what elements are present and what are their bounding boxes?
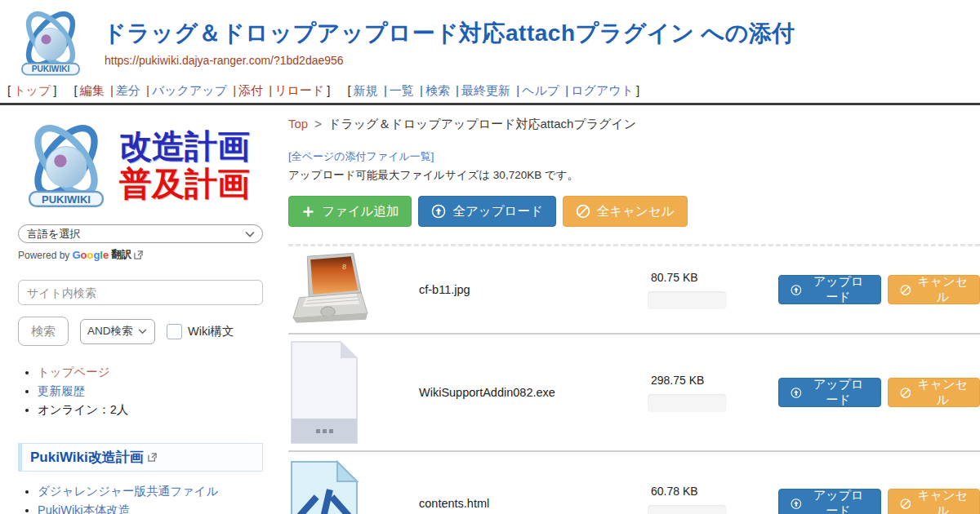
google-logo: Google [72,249,109,261]
file-row: WikiSupportAddin082.exe 298.75 KB アップロード… [288,333,980,450]
nav-new[interactable]: 新規 [354,83,378,97]
main-content: Top>ドラッグ＆ドロップアップロード対応attachプラグイン [全ページの添… [282,105,980,514]
external-link-icon [148,453,157,462]
ban-icon [900,497,911,511]
generic-file-icon [290,340,359,445]
bracket: ] [53,83,56,97]
logo-line1: 改造計画 [119,127,250,165]
breadcrumb-current: ドラッグ＆ドロップアップロード対応attachプラグイン [328,117,636,131]
sidebar-link-update-history[interactable]: 更新履歴 [38,384,85,397]
breadcrumb-separator: > [314,117,322,131]
cancel-all-button[interactable]: 全キャンセル [563,196,688,227]
language-select-value: 言語を選択 [27,227,80,241]
nav-recent[interactable]: 最終更新 [461,83,510,97]
file-size: 60.78 KB [648,485,778,498]
language-select[interactable]: 言語を選択 [18,224,263,243]
pukiwiki-kaizou-link[interactable]: PukiWiki改造計画 [30,448,144,467]
sidebar-links-primary: トップページ 更新履歴 オンライン：2人 [38,364,270,419]
list-item: ダジャレンジャー版共通ファイル [38,483,270,500]
page-header: ドラッグ＆ドロップアップロード対応attachプラグイン への添付 https:… [0,0,980,82]
upload-icon [791,386,802,400]
external-link-icon [134,250,143,259]
sidebar-link-core-mod[interactable]: PukiWiki本体改造 [38,503,131,514]
chevron-down-icon [138,329,147,335]
translate-link[interactable]: 翻訳 [111,248,131,262]
file-name: WikiSupportAddin082.exe [378,386,648,399]
file-row: contents.html 60.78 KB アップロード キャンセル [288,450,980,514]
list-item: 更新履歴 [38,383,270,400]
page-url[interactable]: https://pukiwiki.dajya-ranger.com/?1bd2d… [105,54,344,67]
breadcrumb: Top>ドラッグ＆ドロップアップロード対応attachプラグイン [288,117,980,132]
nav-search[interactable]: 検索 [425,83,450,97]
separator: | [110,83,114,97]
separator: | [233,83,236,97]
file-size: 80.75 KB [648,271,778,284]
cancel-button[interactable]: キャンセル [888,378,980,407]
cancel-button[interactable]: キャンセル [888,275,980,304]
file-name: cf-b11.jpg [378,283,648,296]
nav-reload[interactable]: リロード [274,83,324,97]
all-attachments-link[interactable]: [全ページの添付ファイル一覧] [288,149,434,164]
separator: | [456,83,459,97]
upload-all-button[interactable]: 全アップロード [418,196,555,227]
bracket: [ [348,83,351,97]
upload-button[interactable]: アップロード [778,489,881,514]
cancel-button[interactable]: キャンセル [888,489,980,514]
upload-button[interactable]: アップロード [778,378,881,407]
nav-backup[interactable]: バックアップ [152,83,227,97]
upload-actions: ファイル追加 全アップロード 全キャンセル [288,196,980,227]
upload-icon [791,283,802,297]
sidebar-links-secondary: ダジャレンジャー版共通ファイル PukiWiki本体改造 PukiWikiテキス… [38,483,270,514]
google-translate-credit: Powered by Google 翻訳 [18,248,270,262]
code-file-icon [290,460,359,514]
file-name: contents.html [378,497,648,510]
upload-label: アップロード [808,488,869,514]
separator: | [384,83,387,97]
file-size: 298.75 KB [648,374,778,387]
sidebar-section-box: PukiWiki改造計画 [18,443,263,472]
nav-edit[interactable]: 編集 [80,83,105,97]
separator: | [565,83,568,97]
nav-top[interactable]: トップ [13,83,51,97]
nav-attach[interactable]: 添付 [238,83,263,97]
wiki-syntax-label: Wiki構文 [188,324,234,339]
nav-list[interactable]: 一覧 [390,83,414,97]
powered-by-label: Powered by [18,250,69,261]
cancel-label: キャンセル [917,377,968,408]
upload-label: アップロード [808,274,869,305]
site-search-input[interactable] [18,280,263,305]
search-mode-select[interactable]: AND検索 [80,319,155,344]
cancel-label: キャンセル [917,274,968,305]
add-files-label: ファイル追加 [322,203,399,220]
add-files-button[interactable]: ファイル追加 [288,196,412,227]
upload-button[interactable]: アップロード [778,275,881,304]
search-mode-value: AND検索 [87,324,133,339]
breadcrumb-home-link[interactable]: Top [288,117,308,131]
ban-icon [900,386,911,400]
separator: | [420,83,423,97]
upload-progress-bar [648,394,726,412]
online-count: オンライン：2人 [38,403,128,416]
upload-file-list: cf-b11.jpg 80.75 KB アップロード キャンセル [288,244,980,514]
nav-logout[interactable]: ログアウト [571,83,634,97]
sidebar-link-common-files[interactable]: ダジャレンジャー版共通ファイル [38,485,218,498]
bracket: [ [74,83,78,97]
bracket: [ [7,83,11,97]
wiki-syntax-checkbox[interactable] [167,324,182,339]
top-navbar: [トップ] [編集 |差分 |バックアップ |添付 |リロード] [新規 |一覧… [0,82,980,100]
pukiwiki-logo-icon[interactable] [13,5,88,83]
sidebar: 改造計画 普及計画 言語を選択 Powered by Google 翻訳 検索 … [0,105,282,514]
nav-diff[interactable]: 差分 [116,83,140,97]
list-item: PukiWiki本体改造 [38,502,270,514]
search-button[interactable]: 検索 [18,317,69,346]
nav-help[interactable]: ヘルプ [522,83,559,97]
list-item: オンライン：2人 [38,401,270,419]
upload-progress-bar [648,291,726,309]
upload-progress-bar [648,505,726,514]
separator: | [516,83,519,97]
file-row: cf-b11.jpg 80.75 KB アップロード キャンセル [288,246,980,333]
sidebar-link-top-page[interactable]: トップページ [38,366,110,379]
plus-icon [301,205,315,219]
sidebar-site-logo[interactable]: 改造計画 普及計画 [18,117,270,213]
wiki-syntax-option: Wiki構文 [167,324,234,339]
